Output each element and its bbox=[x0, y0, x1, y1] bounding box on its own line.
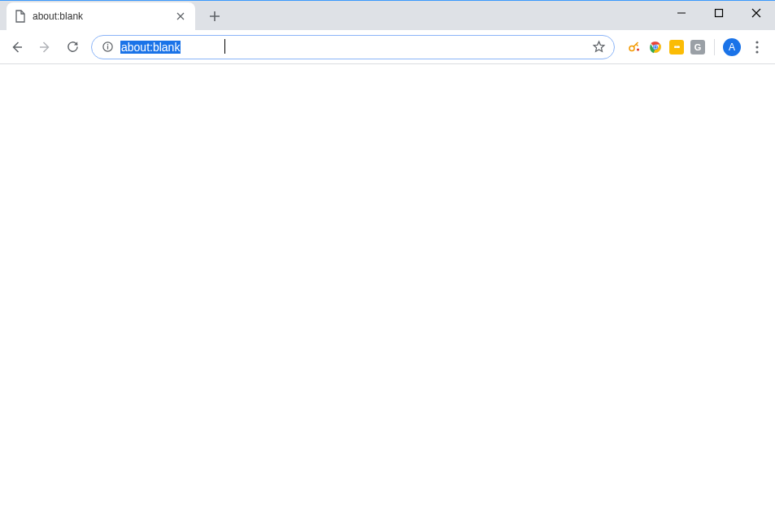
forward-button[interactable] bbox=[33, 35, 57, 59]
svg-point-10 bbox=[755, 41, 758, 43]
address-bar[interactable]: about:blank bbox=[91, 35, 615, 59]
svg-point-9 bbox=[654, 46, 656, 48]
reload-button[interactable] bbox=[60, 35, 85, 59]
new-tab-button[interactable] bbox=[203, 5, 226, 28]
minimize-button[interactable] bbox=[663, 1, 700, 25]
extension-g-icon[interactable]: G bbox=[690, 39, 706, 55]
site-info-icon[interactable] bbox=[102, 41, 114, 53]
extensions-area: ••• G A bbox=[621, 38, 770, 56]
svg-rect-3 bbox=[107, 46, 108, 49]
tab-title: about:blank bbox=[33, 11, 174, 22]
extension-badge-icon[interactable]: ••• bbox=[668, 39, 685, 55]
maximize-button[interactable] bbox=[700, 1, 738, 25]
toolbar-divider bbox=[714, 39, 715, 55]
url-text[interactable]: about:blank bbox=[120, 36, 592, 59]
page-icon bbox=[15, 10, 26, 23]
svg-point-11 bbox=[755, 46, 758, 48]
text-caret bbox=[224, 39, 225, 54]
svg-rect-0 bbox=[716, 10, 723, 17]
url-selected-text: about:blank bbox=[120, 41, 181, 54]
svg-point-5 bbox=[637, 48, 639, 50]
svg-point-4 bbox=[629, 46, 634, 50]
profile-avatar[interactable]: A bbox=[723, 38, 741, 56]
chrome-menu-button[interactable] bbox=[746, 41, 768, 54]
tab-strip: about:blank bbox=[0, 1, 775, 30]
bookmark-star-icon[interactable] bbox=[592, 40, 606, 54]
extension-chrome-icon[interactable] bbox=[647, 39, 664, 55]
window-controls bbox=[663, 1, 775, 25]
close-window-button[interactable] bbox=[738, 1, 775, 25]
close-tab-button[interactable] bbox=[174, 10, 187, 23]
extension-key-icon[interactable] bbox=[626, 39, 642, 55]
svg-point-12 bbox=[755, 50, 758, 53]
page-content bbox=[0, 64, 775, 532]
browser-tab[interactable]: about:blank bbox=[7, 2, 195, 30]
svg-point-2 bbox=[107, 44, 109, 46]
toolbar: about:blank ••• G A bbox=[0, 30, 775, 64]
back-button[interactable] bbox=[5, 35, 29, 59]
